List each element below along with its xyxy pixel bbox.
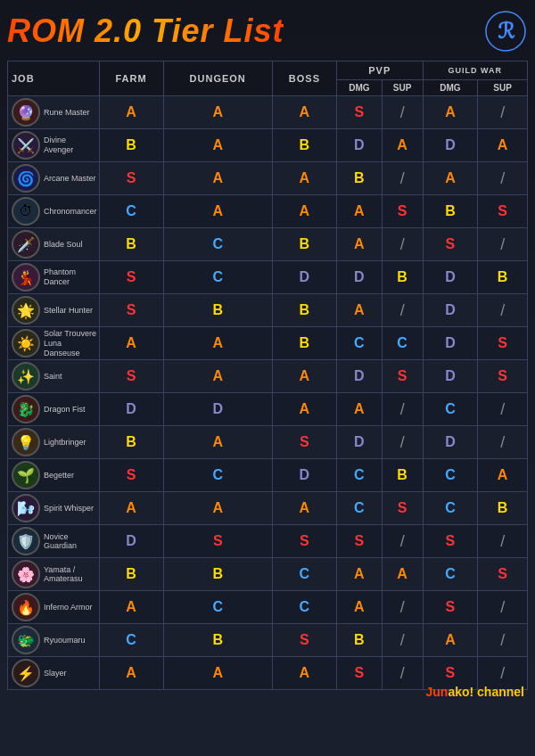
grade-cell-pvp_dmg: S <box>336 657 382 690</box>
grade-cell-farm: B <box>99 228 163 261</box>
table-row: 💃 Phantom Dancer SCDDBDB <box>8 261 528 294</box>
grade-cell-pvp_sup: / <box>382 525 423 558</box>
grade-cell-gw_sup: / <box>478 525 528 558</box>
grade-cell-dungeon: A <box>163 492 272 525</box>
grade-value: A <box>397 137 407 152</box>
grade-cell-pvp_dmg: C <box>336 492 382 525</box>
grade-cell-gw_dmg: C <box>423 393 478 426</box>
grade-value: A <box>300 401 310 416</box>
grade-cell-boss: C <box>272 558 336 591</box>
grade-value: D <box>300 467 310 482</box>
th-pvp-sup: SUP <box>382 80 423 96</box>
job-icon: 🐲 <box>12 626 40 654</box>
grade-cell-gw_dmg: A <box>423 96 478 129</box>
job-name: Chronomancer <box>44 207 97 217</box>
grade-value: S <box>398 203 407 218</box>
job-icon: 💡 <box>12 428 40 456</box>
grade-value: B <box>445 203 456 218</box>
job-cell-10: 💡 Lightbringer <box>8 426 100 459</box>
grade-cell-pvp_sup: / <box>382 591 423 624</box>
grade-cell-dungeon: A <box>163 96 272 129</box>
grade-value: B <box>397 467 407 482</box>
grade-cell-boss: A <box>272 162 336 195</box>
table-row: 🐲 Ryuoumaru CBSB/A/ <box>8 624 528 657</box>
job-cell-9: 🐉 Dragon Fist <box>8 393 100 426</box>
grade-cell-farm: A <box>99 657 163 690</box>
grade-cell-farm: C <box>99 195 163 228</box>
job-cell-7: ☀️ Solar Trouvere Luna Danseuse <box>8 327 100 360</box>
grade-value: C <box>212 467 223 482</box>
grade-value: C <box>212 236 223 251</box>
grade-cell-pvp_sup: S <box>382 195 423 228</box>
grade-cell-gw_sup: S <box>478 327 528 360</box>
grade-cell-dungeon: B <box>163 294 272 327</box>
job-name: Divine Avenger <box>44 136 97 155</box>
grade-cell-farm: S <box>99 261 163 294</box>
grade-cell-gw_dmg: D <box>423 327 478 360</box>
grade-cell-boss: A <box>272 657 336 690</box>
grade-cell-gw_sup: / <box>478 162 528 195</box>
grade-value: S <box>354 665 364 680</box>
job-cell-4: 🗡️ Blade Soul <box>8 228 100 261</box>
grade-cell-pvp_dmg: D <box>336 129 382 162</box>
page-wrapper: ROM 2.0 Tier List ℛ JOB FARM DUNGEON BOS… <box>0 0 535 708</box>
grade-cell-gw_dmg: D <box>423 426 478 459</box>
grade-value: S <box>446 599 456 614</box>
grade-cell-boss: C <box>272 591 336 624</box>
grade-value: B <box>212 302 223 317</box>
grade-value: D <box>354 269 365 284</box>
grade-value: S <box>213 533 223 548</box>
grade-cell-pvp_sup: B <box>382 459 423 492</box>
grade-cell-farm: B <box>99 129 163 162</box>
table-row: 🔮 Rune Master AAAS/A/ <box>8 96 528 129</box>
grade-value: S <box>446 533 456 548</box>
job-name: Slayer <box>44 669 67 678</box>
grade-cell-farm: B <box>99 558 163 591</box>
grade-cell-gw_sup: B <box>478 261 528 294</box>
grade-cell-boss: B <box>272 327 336 360</box>
job-icon: 🔥 <box>12 593 40 621</box>
grade-value: D <box>445 302 456 317</box>
job-icon: 🌟 <box>12 296 40 325</box>
grade-value: A <box>126 665 136 680</box>
grade-value: / <box>400 631 405 649</box>
grade-cell-gw_dmg: S <box>423 525 478 558</box>
job-icon: 🔮 <box>12 98 40 127</box>
grade-cell-boss: D <box>272 459 336 492</box>
grade-cell-pvp_sup: S <box>382 360 423 393</box>
grade-value: D <box>126 533 136 548</box>
header-row-main: JOB FARM DUNGEON BOSS PVP GUILD WAR <box>8 62 528 80</box>
th-pvp: PVP <box>336 62 423 80</box>
grade-cell-dungeon: D <box>163 393 272 426</box>
job-name: Blade Soul <box>44 240 83 250</box>
grade-value: C <box>300 566 310 581</box>
grade-value: D <box>445 434 456 449</box>
th-boss: BOSS <box>272 62 336 96</box>
table-row: ⚔️ Divine Avenger BABDADA <box>8 129 528 162</box>
job-name: Saint <box>44 372 62 382</box>
grade-value: C <box>445 467 456 482</box>
grade-cell-pvp_dmg: B <box>336 162 382 195</box>
grade-value: A <box>212 137 223 152</box>
grade-value: / <box>400 103 405 121</box>
grade-cell-boss: A <box>272 96 336 129</box>
grade-cell-dungeon: C <box>163 228 272 261</box>
grade-cell-gw_sup: / <box>478 624 528 657</box>
table-row: 🗡️ Blade Soul BCBA/S/ <box>8 228 528 261</box>
grade-cell-boss: B <box>272 228 336 261</box>
job-name: Yamata / Amaterasu <box>44 565 97 585</box>
grade-value: B <box>354 170 365 185</box>
grade-cell-gw_dmg: D <box>423 129 478 162</box>
grade-value: C <box>354 467 365 482</box>
th-guild-war: GUILD WAR <box>423 62 527 80</box>
grade-value: A <box>300 368 310 383</box>
th-farm: FARM <box>99 62 163 96</box>
grade-value: A <box>126 104 136 119</box>
job-name: Begetter <box>44 471 74 481</box>
grade-cell-dungeon: C <box>163 459 272 492</box>
grade-cell-gw_sup: / <box>478 294 528 327</box>
job-cell-0: 🔮 Rune Master <box>8 96 100 129</box>
grade-value: D <box>354 137 365 152</box>
grade-cell-gw_sup: / <box>478 591 528 624</box>
grade-value: D <box>445 368 456 383</box>
